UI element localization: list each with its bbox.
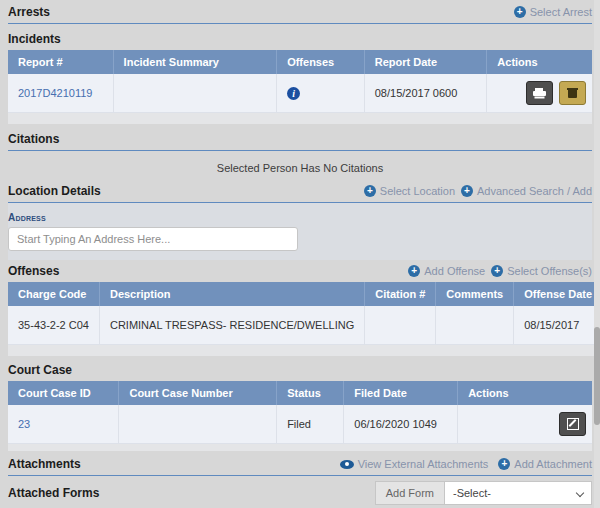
add-attachment-link[interactable]: +Add Attachment bbox=[498, 458, 592, 470]
incidents-header-offenses: Offenses bbox=[277, 50, 365, 74]
court-case-row: 23 Filed 06/16/2020 1049 bbox=[8, 405, 592, 444]
section-divider bbox=[8, 150, 592, 151]
edit-icon bbox=[567, 418, 579, 430]
add-offense-link[interactable]: +Add Offense bbox=[408, 265, 485, 277]
incident-summary-cell bbox=[113, 74, 277, 113]
address-input[interactable] bbox=[8, 227, 298, 251]
court-case-filed-date: 06/16/2020 1049 bbox=[344, 405, 458, 444]
incident-row: 2017D4210119 i 08/15/2017 0600 bbox=[8, 74, 592, 113]
offenses-header-description: Description bbox=[99, 282, 364, 306]
court-header-status: Status bbox=[277, 381, 344, 405]
view-external-attachments-link[interactable]: View External Attachments bbox=[340, 458, 489, 470]
incidents-header-actions: Actions bbox=[487, 50, 592, 74]
trash-icon bbox=[568, 88, 577, 99]
incidents-section-title: Incidents bbox=[8, 32, 61, 46]
offenses-table: Charge Code Description Citation # Comme… bbox=[8, 282, 600, 356]
incidents-header-report: Report # bbox=[8, 50, 113, 74]
incidents-header-date: Report Date bbox=[364, 50, 487, 74]
offense-citation bbox=[365, 306, 436, 345]
court-header-filed: Filed Date bbox=[344, 381, 458, 405]
offenses-section-title: Offenses bbox=[8, 264, 59, 278]
court-case-table: Court Case ID Court Case Number Status F… bbox=[8, 381, 592, 451]
add-offense-label: Add Offense bbox=[424, 265, 485, 277]
print-incident-button[interactable] bbox=[526, 81, 553, 105]
incident-report-link[interactable]: 2017D4210119 bbox=[18, 87, 92, 99]
person-record-page: Arrests +Select Arrest Incidents Report … bbox=[0, 0, 600, 508]
view-external-attachments-label: View External Attachments bbox=[358, 458, 489, 470]
advanced-search-add-link[interactable]: +Advanced Search / Add bbox=[461, 185, 592, 197]
section-divider bbox=[8, 475, 592, 476]
court-case-section-title: Court Case bbox=[8, 363, 72, 377]
court-case-id-link[interactable]: 23 bbox=[18, 418, 30, 430]
select-offenses-label: Select Offense(s) bbox=[507, 265, 592, 277]
plus-icon: + bbox=[461, 185, 473, 197]
offense-charge-code: 35-43-2-2 C04 bbox=[8, 306, 99, 345]
chevron-down-icon bbox=[576, 489, 584, 497]
select-arrest-label: Select Arrest bbox=[530, 6, 592, 18]
plus-icon: + bbox=[408, 265, 420, 277]
offenses-header-citation: Citation # bbox=[365, 282, 436, 306]
eye-icon bbox=[340, 460, 354, 469]
incidents-table-footer bbox=[8, 113, 592, 125]
offenses-header-date: Offense Date bbox=[514, 282, 600, 306]
incident-report-date: 08/15/2017 0600 bbox=[364, 74, 487, 113]
select-location-label: Select Location bbox=[380, 185, 455, 197]
citations-section-title: Citations bbox=[8, 132, 59, 146]
court-case-table-footer bbox=[8, 444, 592, 452]
add-form-label: Add Form bbox=[375, 481, 444, 505]
offense-comments bbox=[436, 306, 514, 345]
plus-icon: + bbox=[498, 458, 510, 470]
plus-icon: + bbox=[364, 185, 376, 197]
offenses-header-comments: Comments bbox=[436, 282, 514, 306]
address-label: Address bbox=[8, 212, 592, 223]
incidents-table: Report # Incident Summary Offenses Repor… bbox=[8, 50, 592, 124]
location-section-title: Location Details bbox=[8, 184, 101, 198]
court-case-number bbox=[119, 405, 277, 444]
court-header-number: Court Case Number bbox=[119, 381, 277, 405]
attachments-section-title: Attachments bbox=[8, 457, 81, 471]
add-attachment-label: Add Attachment bbox=[514, 458, 592, 470]
select-location-link[interactable]: +Select Location bbox=[364, 185, 455, 197]
scrollbar-thumb[interactable] bbox=[594, 327, 600, 425]
arrests-section-title: Arrests bbox=[8, 5, 50, 19]
printer-icon bbox=[533, 88, 546, 98]
plus-icon: + bbox=[514, 6, 526, 18]
vertical-scrollbar[interactable] bbox=[594, 0, 600, 508]
add-form-selected-value: -Select- bbox=[453, 487, 491, 499]
add-form-select[interactable]: -Select- bbox=[444, 481, 592, 505]
court-case-status: Filed bbox=[277, 405, 344, 444]
no-citations-message: Selected Person Has No Citations bbox=[8, 162, 592, 174]
delete-incident-button[interactable] bbox=[559, 81, 586, 105]
incidents-header-summary: Incident Summary bbox=[113, 50, 277, 74]
edit-court-case-button[interactable] bbox=[559, 412, 586, 436]
court-header-id: Court Case ID bbox=[8, 381, 119, 405]
offense-description: CRIMINAL TRESPASS- RESIDENCE/DWELLING bbox=[99, 306, 364, 345]
offense-date: 08/15/2017 bbox=[514, 306, 600, 345]
attached-forms-section-title: Attached Forms bbox=[8, 486, 99, 500]
advanced-search-add-label: Advanced Search / Add bbox=[477, 185, 592, 197]
plus-icon: + bbox=[491, 265, 503, 277]
address-panel: Address bbox=[8, 203, 592, 260]
offenses-table-footer bbox=[8, 345, 600, 357]
court-header-actions: Actions bbox=[458, 381, 592, 405]
section-divider bbox=[8, 23, 592, 24]
offenses-header-code: Charge Code bbox=[8, 282, 99, 306]
select-offenses-link[interactable]: +Select Offense(s) bbox=[491, 265, 592, 277]
offense-row: 35-43-2-2 C04 CRIMINAL TRESPASS- RESIDEN… bbox=[8, 306, 600, 345]
select-arrest-link[interactable]: +Select Arrest bbox=[514, 6, 592, 18]
info-icon[interactable]: i bbox=[287, 87, 300, 100]
